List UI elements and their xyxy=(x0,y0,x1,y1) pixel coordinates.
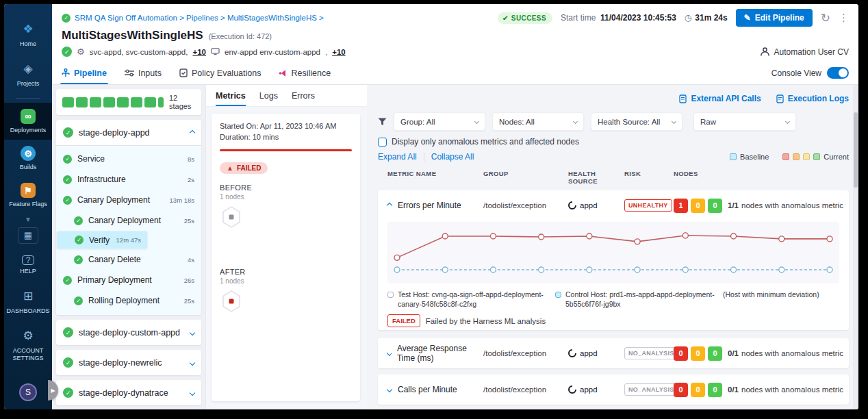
anomalous-only-checkbox[interactable] xyxy=(378,138,387,147)
nodes-filter-select[interactable]: Nodes: All xyxy=(492,112,584,131)
tab-inputs[interactable]: Inputs xyxy=(125,62,162,84)
step-canary-deployment-group[interactable]: ✓Canary Deployment13m 18s xyxy=(56,190,201,210)
app-window: ❖ Home ◈ Projects ∞ Deployments ⚙ Builds… xyxy=(4,4,858,409)
after-node-count: 1 nodes xyxy=(220,277,352,285)
step-rolling-deployment[interactable]: ✓Rolling Deployment25s xyxy=(56,290,201,311)
kebab-menu-icon[interactable]: ⋮ xyxy=(839,12,849,24)
control-host-item[interactable]: Control Host: prd1-ms-appd-appd-deployme… xyxy=(555,290,716,309)
group-filter-select[interactable]: Group: All xyxy=(394,112,485,131)
nav-divider xyxy=(16,98,40,99)
stage-panel: 12 stages ✓ stage-deploy-appd ✓Service8s… xyxy=(52,85,205,409)
test-host-item[interactable]: Test Host: cvng-qa-sign-off-appd-deploym… xyxy=(387,290,548,309)
user-avatar[interactable]: S xyxy=(19,383,37,401)
help-icon: ? xyxy=(22,255,34,265)
metric-row-header[interactable]: Errors per Minute /todolist/exception ap… xyxy=(378,190,849,220)
nav-deployments[interactable]: ∞ Deployments xyxy=(4,103,52,140)
nav-account-settings[interactable]: ⚙ ACCOUNT SETTINGS xyxy=(4,320,52,368)
tab-metrics[interactable]: Metrics xyxy=(216,85,246,106)
tab-resilience[interactable]: Resilience xyxy=(279,62,331,84)
warning-triangle-icon: ▲ xyxy=(227,164,233,172)
start-time-label: Start time xyxy=(561,13,596,23)
module-picker-icon[interactable]: ▦ xyxy=(18,227,38,244)
tab-pipeline[interactable]: Pipeline xyxy=(62,62,107,84)
filter-funnel-icon[interactable] xyxy=(378,118,387,126)
after-node-hexagon[interactable] xyxy=(221,290,242,312)
stage-progress-card: 12 stages xyxy=(56,89,201,115)
step-canary-delete[interactable]: ✓Canary Delete4s xyxy=(56,249,201,270)
step-success-icon: ✓ xyxy=(63,155,72,164)
before-label: BEFORE xyxy=(220,183,352,192)
nav-home[interactable]: ❖ Home xyxy=(4,14,52,53)
verify-tabs: Metrics Logs Errors xyxy=(206,85,367,107)
environments-more-link[interactable]: +10 xyxy=(332,48,346,56)
home-icon: ❖ xyxy=(19,20,37,38)
api-doc-icon xyxy=(679,94,687,103)
expand-row-chevron-icon[interactable] xyxy=(387,387,392,392)
execution-logs-link[interactable]: Execution Logs xyxy=(776,94,849,103)
before-node-hexagon[interactable] xyxy=(221,206,242,228)
step-verify-selected[interactable]: ✓Verify12m 47s xyxy=(56,231,148,249)
baseline-legend-swatch xyxy=(730,153,737,160)
console-view-toggle[interactable] xyxy=(827,67,849,79)
nav-builds-label: Builds xyxy=(20,164,37,170)
nav-help[interactable]: ? HELP xyxy=(4,249,52,281)
chevron-up-icon xyxy=(190,129,195,135)
control-host-checkbox[interactable] xyxy=(555,292,561,298)
stage-success-icon: ✓ xyxy=(63,357,73,368)
metric-row-header[interactable]: Average Response Time (ms) /todolist/exc… xyxy=(378,338,849,368)
tab-policy-evaluations[interactable]: Policy Evaluations xyxy=(179,62,261,84)
tab-errors[interactable]: Errors xyxy=(292,85,315,106)
chevron-down-icon xyxy=(190,390,195,395)
projects-icon: ◈ xyxy=(19,60,37,77)
stage-header-dynatrace[interactable]: ✓stage-deploy-dynatrace xyxy=(56,380,201,405)
nav-projects[interactable]: ◈ Projects xyxy=(4,53,52,93)
breadcrumb[interactable]: SRM QA Sign Off Automation > Pipelines >… xyxy=(75,14,324,22)
step-infrastructure[interactable]: ✓Infrastructure2s xyxy=(56,169,201,190)
stage-header-custom-appd[interactable]: ✓stage-deploy-custom-appd xyxy=(56,320,201,345)
step-primary-deployment[interactable]: ✓Primary Deployment26s xyxy=(56,270,201,290)
node-ratio-text: nodes with anomalous metric xyxy=(741,385,843,394)
metrics-panel: External API Calls Execution Logs Group:… xyxy=(367,85,858,409)
current-legend-label: Current xyxy=(824,153,849,161)
stage-success-icon: ✓ xyxy=(63,127,73,138)
expand-all-link[interactable]: Expand All xyxy=(378,152,417,162)
chart-legend: Baseline Current xyxy=(730,153,849,161)
services-more-link[interactable]: +10 xyxy=(192,48,206,56)
metric-line-chart[interactable] xyxy=(387,222,839,281)
node-count-red: 0 xyxy=(674,383,688,397)
collapse-row-chevron-icon[interactable] xyxy=(387,203,392,208)
health-source-filter-select[interactable]: Health Source: All xyxy=(591,112,682,131)
pencil-icon: ✎ xyxy=(744,13,751,23)
scrollbar-thumb[interactable] xyxy=(854,112,858,188)
nav-feature-flags[interactable]: ⚑ Feature Flags xyxy=(4,177,52,214)
external-api-calls-link[interactable]: External API Calls xyxy=(679,94,761,103)
metric-row-header[interactable]: Calls per Minute /todolist/exception app… xyxy=(378,374,849,405)
stage-success-icon: ✓ xyxy=(63,388,73,398)
step-success-icon: ✓ xyxy=(75,236,84,244)
step-canary-deployment[interactable]: ✓Canary Deployment25s xyxy=(56,210,201,231)
col-risk: RISK xyxy=(624,170,674,185)
edit-pipeline-button[interactable]: ✎Edit Pipeline xyxy=(736,9,813,27)
metrics-table-header: METRIC NAME GROUP HEALTH SOURCE RISK NOD… xyxy=(378,162,849,190)
stage-header-deploy-appd[interactable]: ✓ stage-deploy-appd xyxy=(56,120,201,145)
appdynamics-icon xyxy=(568,385,576,394)
tab-logs[interactable]: Logs xyxy=(259,85,278,106)
nav-home-label: Home xyxy=(20,40,36,47)
analysis-failed-badge: FAILED xyxy=(387,314,420,327)
appdynamics-icon xyxy=(568,349,576,357)
expand-row-chevron-icon[interactable] xyxy=(387,351,392,356)
chevron-down-icon xyxy=(672,119,676,124)
analysis-failed-text: Failed by the Harness ML analysis xyxy=(426,317,546,325)
stage-header-newrelic[interactable]: ✓stage-deploy-newrelic xyxy=(56,350,201,375)
nav-more-chevron-icon[interactable]: ▼ xyxy=(25,216,31,223)
current-red-swatch xyxy=(782,153,789,160)
test-host-checkbox[interactable] xyxy=(387,292,394,298)
collapse-all-link[interactable]: Collapse All xyxy=(431,152,474,162)
nav-dashboards[interactable]: ⊞ DASHBOARDS xyxy=(4,281,52,320)
nav-builds[interactable]: ⚙ Builds xyxy=(4,140,52,177)
scrollbar-track[interactable] xyxy=(853,85,858,409)
refresh-icon[interactable]: ↻ xyxy=(821,11,830,25)
step-service[interactable]: ✓Service8s xyxy=(56,149,201,169)
view-mode-select[interactable]: Raw xyxy=(693,112,796,131)
left-nav: ❖ Home ◈ Projects ∞ Deployments ⚙ Builds… xyxy=(4,4,52,409)
